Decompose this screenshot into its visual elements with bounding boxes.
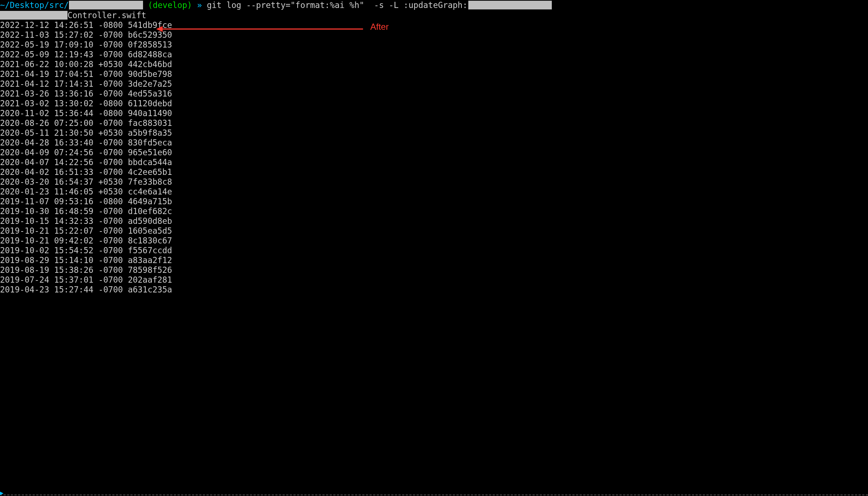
git-log-output[interactable]: 2022-12-12 14:26:51 -0800 541db9fce2022-…	[0, 20, 868, 295]
git-log-line[interactable]: 2022-12-12 14:26:51 -0800 541db9fce	[0, 20, 868, 30]
git-log-line[interactable]: 2019-08-19 15:38:26 -0700 78598f526	[0, 265, 868, 275]
prompt-spacer	[192, 0, 197, 10]
redacted-wrap-segment	[0, 11, 68, 20]
git-log-line[interactable]: 2019-10-30 16:48:59 -0700 d10ef682c	[0, 206, 868, 216]
git-log-line[interactable]: 2019-04-23 15:27:44 -0700 a631c235a	[0, 285, 868, 295]
git-log-line[interactable]: 2022-05-09 12:19:43 -0700 6d82488ca	[0, 50, 868, 60]
shell-command: git log --pretty="format:%ai %h" -s -L :…	[207, 0, 468, 10]
git-log-line[interactable]: 2019-07-24 15:37:01 -0700 202aaf281	[0, 275, 868, 285]
git-log-line[interactable]: 2022-11-03 15:27:02 -0700 b6c529350	[0, 30, 868, 40]
git-log-line[interactable]: 2021-03-26 13:36:16 -0700 4ed55a316	[0, 89, 868, 99]
redacted-path-segment	[69, 1, 143, 9]
git-log-line[interactable]: 2020-04-02 16:51:33 -0700 4c2ee65b1	[0, 167, 868, 177]
git-log-line[interactable]: 2019-10-02 15:54:52 -0700 f5567ccdd	[0, 246, 868, 255]
git-log-line[interactable]: 2020-04-09 07:24:56 -0700 965e51e60	[0, 148, 868, 157]
redacted-filename-segment	[468, 1, 552, 9]
git-log-line[interactable]: 2022-05-19 17:09:10 -0700 0f2858513	[0, 40, 868, 50]
git-log-line[interactable]: 2020-08-26 07:25:00 -0700 fac883031	[0, 118, 868, 128]
prompt-spacer	[143, 0, 148, 10]
git-log-line[interactable]: 2020-03-20 16:54:37 +0530 7fe33b8c8	[0, 177, 868, 187]
wrap-filename-suffix: Controller.swift	[68, 11, 146, 20]
git-log-line[interactable]: 2019-10-21 09:42:02 -0700 8c1830c67	[0, 236, 868, 246]
git-log-line[interactable]: 2019-10-15 14:32:33 -0700 ad590d8eb	[0, 216, 868, 226]
git-log-line[interactable]: 2021-03-02 13:30:02 -0800 61120debd	[0, 99, 868, 108]
git-log-line[interactable]: 2021-04-12 17:14:31 -0700 3de2e7a25	[0, 79, 868, 89]
pager-caret-icon: ▶	[0, 490, 4, 496]
git-log-line[interactable]: 2020-01-23 11:46:05 +0530 cc4e6a14e	[0, 187, 868, 197]
git-log-line[interactable]: 2020-04-07 14:22:56 -0700 bbdca544a	[0, 157, 868, 167]
shell-command-wrap: Controller.swift	[0, 10, 868, 20]
git-log-line[interactable]: 2019-08-29 15:14:10 -0700 a83aa2f12	[0, 255, 868, 265]
pager-separator	[0, 495, 868, 495]
git-log-line[interactable]: 2019-10-21 15:22:07 -0700 1605ea5d5	[0, 226, 868, 236]
git-log-line[interactable]: 2020-11-02 15:36:44 -0800 940a11490	[0, 108, 868, 118]
cwd-path: ~/Desktop/src/	[0, 0, 69, 10]
prompt-arrow-icon: »	[197, 0, 202, 10]
git-log-line[interactable]: 2019-11-07 09:53:16 -0800 4649a715b	[0, 197, 868, 206]
git-log-line[interactable]: 2021-04-19 17:04:51 -0700 90d5be798	[0, 69, 868, 79]
prompt-spacer	[202, 0, 207, 10]
git-log-line[interactable]: 2020-04-28 16:33:40 -0700 830fd5eca	[0, 138, 868, 148]
git-log-line[interactable]: 2021-06-22 10:00:28 +0530 442cb46bd	[0, 60, 868, 69]
git-log-line[interactable]: 2020-05-11 21:30:50 +0530 a5b9f8a35	[0, 128, 868, 138]
shell-prompt-line[interactable]: ~/Desktop/src/ (develop) » git log --pre…	[0, 0, 868, 10]
git-branch: (develop)	[148, 0, 192, 10]
